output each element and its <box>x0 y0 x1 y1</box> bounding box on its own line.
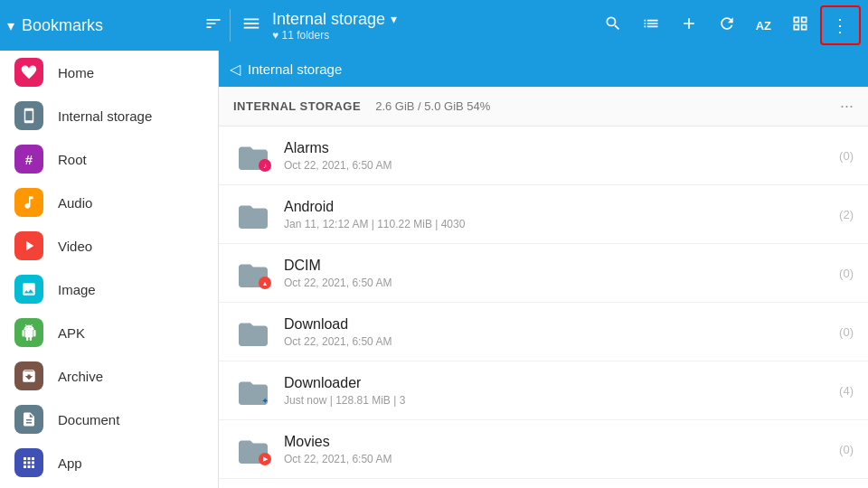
chevron-down-icon[interactable]: ▾ <box>7 17 14 34</box>
folder-count-download: (0) <box>839 325 854 339</box>
folder-info-dcim: DCIM Oct 22, 2021, 6:50 AM <box>284 258 828 289</box>
sidebar-label-app: App <box>58 455 82 471</box>
folder-count-android: (2) <box>839 208 854 221</box>
folder-meta-android: Jan 11, 12:12 AM | 110.22 MiB | 4030 <box>284 218 828 230</box>
folder-icon-download <box>233 312 273 352</box>
folder-info-movies: Movies Oct 22, 2021, 6:50 AM <box>284 434 828 465</box>
top-bar-actions: AZ ⋮ <box>595 5 861 45</box>
folder-info-alarms: Alarms Oct 22, 2021, 6:50 AM <box>284 140 828 172</box>
sidebar-item-root[interactable]: # Root <box>0 137 218 181</box>
breadcrumb-bar: ◁ Internal storage <box>219 51 868 87</box>
sidebar-label-internal-storage: Internal storage <box>58 108 152 124</box>
folder-item-dcim[interactable]: ▲ DCIM Oct 22, 2021, 6:50 AM (0) <box>219 244 868 303</box>
home-icon <box>14 58 43 87</box>
refresh-button[interactable] <box>709 7 745 44</box>
internal-storage-icon <box>14 101 43 130</box>
divider <box>230 9 231 42</box>
more-options-button[interactable]: ⋮ <box>820 5 861 45</box>
folder-icon-alarms: ♪ <box>233 136 273 175</box>
downloader-badge: ✦ <box>259 394 271 407</box>
sidebar-item-home[interactable]: Home <box>0 51 218 94</box>
folder-item-downloader[interactable]: ✦ Downloader Just now | 128.81 MiB | 3 (… <box>219 361 868 420</box>
root-icon: # <box>14 145 43 174</box>
storage-details: 2.6 GiB / 5.0 GiB 54% <box>375 99 490 113</box>
folder-name-alarms: Alarms <box>284 140 828 156</box>
folder-icon-downloader: ✦ <box>233 371 273 410</box>
sidebar-label-audio: Audio <box>58 195 92 211</box>
file-pane: ◁ Internal storage INTERNAL STORAGE 2.6 … <box>219 51 868 488</box>
folder-item-android[interactable]: Android Jan 11, 12:12 AM | 110.22 MiB | … <box>219 185 868 244</box>
folder-item-music[interactable]: ♪ Music Oct 22, 2021, 6:50 AM (0) <box>219 479 868 488</box>
sidebar-label-video: Video <box>58 239 92 254</box>
breadcrumb-back-icon[interactable]: ◁ <box>230 61 241 78</box>
folder-icon-android <box>233 194 273 234</box>
sidebar-item-image[interactable]: Image <box>0 267 218 311</box>
folder-item-download[interactable]: Download Oct 22, 2021, 6:50 AM (0) <box>219 303 868 361</box>
top-bar: ▾ Bookmarks Internal storage ▾ ♥ 11 fold… <box>0 0 868 51</box>
add-button[interactable] <box>671 7 707 44</box>
document-icon <box>14 405 43 434</box>
grid-view-button[interactable] <box>782 7 818 44</box>
video-icon <box>14 231 43 260</box>
folder-icon-movies: ▶ <box>233 429 273 469</box>
hamburger-button[interactable] <box>234 6 269 45</box>
sort-button[interactable] <box>201 11 226 41</box>
folder-name-dcim: DCIM <box>284 258 828 274</box>
archive-icon <box>14 361 43 390</box>
folder-item-movies[interactable]: ▶ Movies Oct 22, 2021, 6:50 AM (0) <box>219 420 868 479</box>
folder-info-android: Android Jan 11, 12:12 AM | 110.22 MiB | … <box>284 199 828 230</box>
folder-list: ♪ Alarms Oct 22, 2021, 6:50 AM (0) Andro… <box>219 127 868 488</box>
app-icon <box>14 448 43 477</box>
apk-icon <box>14 318 43 347</box>
main-content: Home Internal storage # Root Audio <box>0 51 868 488</box>
storage-subtitle: ♥ 11 folders <box>272 29 595 42</box>
storage-title-row: Internal storage ▾ <box>272 10 595 29</box>
sidebar-item-apk[interactable]: APK <box>0 311 218 354</box>
sidebar-item-video[interactable]: Video <box>0 224 218 267</box>
audio-icon <box>14 188 43 217</box>
sidebar-label-archive: Archive <box>58 369 103 384</box>
sidebar-item-app[interactable]: App <box>0 441 218 484</box>
sidebar-label-root: Root <box>58 152 87 167</box>
sidebar-item-internal-storage[interactable]: Internal storage <box>0 94 218 137</box>
video-badge-movies: ▶ <box>259 453 271 465</box>
sidebar-header: ▾ Bookmarks <box>7 11 226 41</box>
storage-info-row: INTERNAL STORAGE 2.6 GiB / 5.0 GiB 54% ·… <box>219 87 868 127</box>
bookmarks-title: Bookmarks <box>22 16 193 35</box>
image-badge-dcim: ▲ <box>259 277 271 289</box>
folder-item-alarms[interactable]: ♪ Alarms Oct 22, 2021, 6:50 AM (0) <box>219 127 868 185</box>
folder-info-downloader: Downloader Just now | 128.81 MiB | 3 <box>284 375 828 407</box>
folder-count-dcim: (0) <box>839 267 854 280</box>
breadcrumb-label: Internal storage <box>248 61 342 77</box>
sidebar-label-document: Document <box>58 412 119 427</box>
folder-name-download: Download <box>284 316 828 333</box>
folder-count-movies: (0) <box>839 443 854 456</box>
folder-meta-dcim: Oct 22, 2021, 6:50 AM <box>284 277 828 289</box>
sidebar-item-audio[interactable]: Audio <box>0 181 218 224</box>
folder-meta-download: Oct 22, 2021, 6:50 AM <box>284 335 828 348</box>
sidebar: Home Internal storage # Root Audio <box>0 51 219 488</box>
search-button[interactable] <box>595 7 631 44</box>
folder-info-download: Download Oct 22, 2021, 6:50 AM <box>284 316 828 348</box>
folder-name-movies: Movies <box>284 434 828 450</box>
folder-meta-downloader: Just now | 128.81 MiB | 3 <box>284 394 828 407</box>
storage-title-area: Internal storage ▾ ♥ 11 folders <box>272 10 595 42</box>
storage-more-button[interactable]: ··· <box>840 97 854 116</box>
music-badge-alarms: ♪ <box>259 159 271 172</box>
sidebar-item-document[interactable]: Document <box>0 398 218 441</box>
image-icon <box>14 275 43 304</box>
sidebar-label-image: Image <box>58 282 96 297</box>
folder-count-downloader: (4) <box>839 384 854 398</box>
view-list-button[interactable] <box>633 7 669 44</box>
sidebar-item-archive[interactable]: Archive <box>0 354 218 398</box>
folder-name-android: Android <box>284 199 828 215</box>
folder-meta-alarms: Oct 22, 2021, 6:50 AM <box>284 159 828 172</box>
sort-az-button[interactable]: AZ <box>747 12 780 40</box>
storage-dropdown-icon[interactable]: ▾ <box>391 12 397 26</box>
storage-name: INTERNAL STORAGE <box>233 99 361 113</box>
storage-title: Internal storage <box>272 10 385 29</box>
sidebar-item-all-files[interactable]: All Files <box>0 484 218 488</box>
main-header: Internal storage ▾ ♥ 11 folders AZ ⋮ <box>234 5 861 45</box>
sidebar-label-apk: APK <box>58 325 85 341</box>
folder-name-downloader: Downloader <box>284 375 828 391</box>
